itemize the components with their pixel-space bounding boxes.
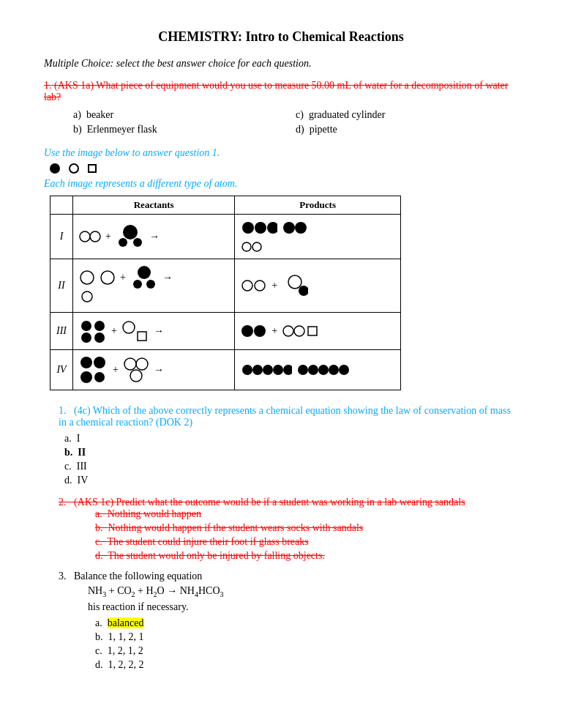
reactant-IV-2 xyxy=(123,357,149,383)
table-row: I + → xyxy=(50,215,401,259)
product-IV-1 xyxy=(241,363,292,377)
svg-point-25 xyxy=(94,333,105,343)
row-IV-products xyxy=(235,350,401,390)
product-III-1 xyxy=(241,324,267,338)
svg-point-49 xyxy=(339,365,349,375)
svg-point-10 xyxy=(242,242,251,251)
reactant-II-1a xyxy=(79,270,95,286)
svg-point-23 xyxy=(94,321,105,331)
row-III-products: + xyxy=(235,313,401,350)
svg-point-7 xyxy=(267,222,277,234)
q1-number: 1. xyxy=(44,80,52,91)
reactant-IV-1a xyxy=(79,356,108,369)
svg-point-38 xyxy=(136,358,148,370)
reactant-I-2 xyxy=(116,223,145,250)
svg-point-40 xyxy=(242,365,252,375)
q1-answers: a) beaker c) graduated cylinder b) Erlen… xyxy=(73,109,518,135)
table-row: III + → xyxy=(50,313,401,350)
q1-answer-b: b) Erlenmeyer flask xyxy=(73,124,296,135)
svg-point-35 xyxy=(80,371,92,383)
row-II-reactants: + → xyxy=(73,259,235,313)
product-I-1 xyxy=(241,220,277,235)
svg-rect-32 xyxy=(308,327,317,335)
svg-point-36 xyxy=(94,372,105,382)
q-law-answers: a. I b. II c. III d. IV xyxy=(64,433,518,486)
q2-body: (AKS 1c) Predict what the outcome would … xyxy=(74,497,465,508)
svg-point-8 xyxy=(283,222,295,234)
reactants-header: Reactants xyxy=(73,196,235,215)
filled-circle-icon xyxy=(50,163,60,174)
svg-point-13 xyxy=(101,271,114,284)
table-corner xyxy=(50,196,73,215)
question-2-block: 2. (AKS 1c) Predict what the outcome wou… xyxy=(59,497,518,562)
question-law-block: 1. (4c) Which of the above correctly rep… xyxy=(59,405,518,486)
row-II-products: + xyxy=(235,259,401,313)
product-II-2 xyxy=(282,273,308,298)
svg-point-15 xyxy=(133,280,142,289)
reactant-IV-1b xyxy=(79,371,108,384)
q3-answer-c: c. 1, 2, 1, 2 xyxy=(95,645,518,657)
row-label-II: II xyxy=(50,259,73,313)
row-IV-reactants: + → xyxy=(73,350,235,390)
atom-symbols xyxy=(50,163,518,174)
table-row: II + → xyxy=(50,259,401,313)
instructions: Multiple Choice: select the best answer … xyxy=(44,58,518,70)
empty-square-icon xyxy=(88,164,97,173)
q-law-answer-a: a. I xyxy=(64,433,518,445)
q3-number: 3. xyxy=(59,571,72,582)
page-title: CHEMISTRY: Intro to Chemical Reactions xyxy=(44,29,518,45)
svg-point-46 xyxy=(308,365,318,375)
products-header: Products xyxy=(235,196,401,215)
svg-point-37 xyxy=(124,358,136,370)
svg-point-39 xyxy=(130,370,142,382)
q-law-answer-d: d. IV xyxy=(64,475,518,486)
svg-point-5 xyxy=(242,222,254,234)
svg-point-28 xyxy=(241,325,253,337)
svg-point-2 xyxy=(123,225,138,239)
question-law-text: 1. (4c) Which of the above correctly rep… xyxy=(59,405,518,428)
svg-point-41 xyxy=(252,365,263,375)
product-IV-2 xyxy=(296,363,356,377)
q1-answer-c: c) graduated cylinder xyxy=(296,109,518,121)
svg-point-9 xyxy=(295,222,307,234)
product-II-1 xyxy=(241,278,267,293)
q1-answer-a: a) beaker xyxy=(73,109,296,121)
svg-point-11 xyxy=(252,242,261,251)
each-image-label: Each image represents a different type o… xyxy=(44,178,518,190)
row-III-reactants: + → xyxy=(73,313,235,350)
svg-point-34 xyxy=(94,357,105,368)
empty-circle-icon xyxy=(69,163,79,174)
row-label-III: III xyxy=(50,313,73,350)
svg-rect-27 xyxy=(138,332,146,341)
reactant-III-2 xyxy=(121,319,149,343)
q3-note: his reaction if necessary. xyxy=(88,601,518,613)
product-I-2 xyxy=(282,220,307,235)
svg-point-17 xyxy=(82,291,92,302)
question-1-text: 1. (AKS 1a) What piece of equipment woul… xyxy=(44,80,518,103)
use-image-label: Use the image below to answer question 1… xyxy=(44,147,518,159)
svg-point-48 xyxy=(329,365,339,375)
chemical-equation: NH3 + CO2 + H2O → NH4HCO3 xyxy=(88,585,518,598)
svg-point-47 xyxy=(318,365,329,375)
q2-answer-c: c. The student could injure their foot i… xyxy=(95,536,518,548)
row-label-IV: IV xyxy=(50,350,73,390)
reactant-II-3 xyxy=(80,290,94,303)
svg-point-19 xyxy=(255,281,265,291)
q2-answer-a: a. Nothing would happen xyxy=(95,508,518,520)
svg-point-26 xyxy=(123,322,135,333)
q2-text: 2. (AKS 1c) Predict what the outcome wou… xyxy=(59,497,518,508)
svg-point-3 xyxy=(119,238,127,247)
q-law-number: 1. xyxy=(59,405,72,416)
svg-point-4 xyxy=(133,238,142,247)
svg-point-24 xyxy=(81,333,91,343)
q3-answer-b: b. 1, 1, 2, 1 xyxy=(95,631,518,643)
svg-point-20 xyxy=(288,275,301,289)
question-3-block: 3. Balance the following equation NH3 + … xyxy=(59,571,518,671)
reactant-III-1 xyxy=(79,319,107,343)
svg-point-21 xyxy=(299,286,308,296)
svg-point-12 xyxy=(80,271,94,284)
product-III-2 xyxy=(282,324,320,338)
svg-point-6 xyxy=(255,222,266,234)
q1-body: (AKS 1a) What piece of equipment would y… xyxy=(44,80,509,103)
q2-number: 2. xyxy=(59,497,72,508)
